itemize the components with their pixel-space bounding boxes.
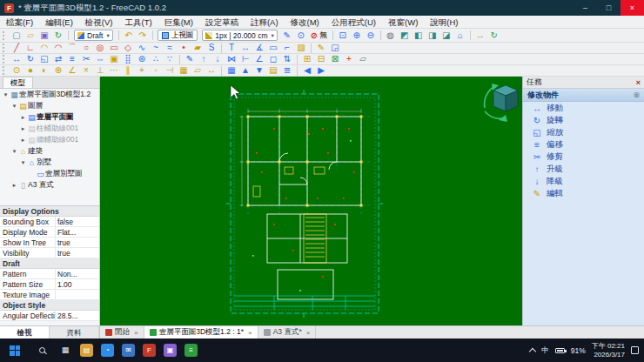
expander-icon[interactable]: ▸ xyxy=(19,114,27,121)
browser-icon[interactable]: ◔ xyxy=(101,344,114,357)
draft-angular-dimension-icon[interactable]: ∡ xyxy=(254,43,265,53)
tab-close-icon[interactable] xyxy=(306,329,311,337)
task-move[interactable]: ↔ 移動 xyxy=(523,102,644,114)
tree-item-building[interactable]: ▾ ⌂ 建築 xyxy=(0,145,99,157)
draft-join-icon[interactable]: ⋈ xyxy=(226,54,238,64)
snap-lock-icon[interactable]: ⊙ xyxy=(11,65,23,76)
expander-icon[interactable]: ▾ xyxy=(10,148,18,155)
draft-polyline-icon[interactable]: ∟ xyxy=(25,43,37,53)
snap-working-plane-icon[interactable]: ▱ xyxy=(192,65,204,76)
draft-arc-3points-icon[interactable]: ⌒ xyxy=(67,43,78,53)
draft-add-construction-icon[interactable]: ⊠ xyxy=(330,54,341,64)
draft-downgrade-icon[interactable]: ↓ xyxy=(212,54,224,64)
task-rotate[interactable]: ↻ 旋轉 xyxy=(523,114,644,126)
draft-point-icon[interactable]: • xyxy=(178,43,190,53)
snap-parallel-icon[interactable]: ∥ xyxy=(123,65,134,76)
tray-chevron-icon[interactable] xyxy=(529,348,536,355)
move-up-icon[interactable]: ▲ xyxy=(240,65,252,76)
draft-draft2sketch-icon[interactable]: ⇅ xyxy=(282,54,293,64)
doc-tab-model[interactable]: 壹層平面圖3D模型1.2 : 1* xyxy=(144,326,258,339)
snap-center-icon[interactable]: ⊕ xyxy=(53,65,64,76)
draft-bezier-icon[interactable]: ~ xyxy=(151,43,162,53)
draft-scale-icon[interactable]: ◱ xyxy=(39,54,50,64)
draft-rotate-icon[interactable]: ↻ xyxy=(25,54,37,64)
draft-fillet-icon[interactable]: ◠ xyxy=(39,43,50,53)
menu-windows[interactable]: 視窗(W) xyxy=(382,16,424,29)
tab-close-icon[interactable] xyxy=(134,329,138,337)
draft-stretch-icon[interactable]: ⇔ xyxy=(95,54,106,64)
draft-cubicbezier-icon[interactable]: ≈ xyxy=(164,43,176,53)
freecad-icon[interactable]: F xyxy=(143,344,156,357)
draft-bspline-icon[interactable]: ∿ xyxy=(137,43,148,53)
right-view-icon[interactable]: ◪ xyxy=(440,30,452,41)
menu-tools[interactable]: 工具(T) xyxy=(118,16,158,29)
draft-facebinder-icon[interactable]: ▰ xyxy=(192,43,204,53)
snap-intersection-icon[interactable]: × xyxy=(81,65,92,76)
property-value[interactable]: Non... xyxy=(56,269,99,278)
working-plane-top-view-button[interactable]: 上視圖 xyxy=(158,30,198,41)
draft-edit-icon[interactable]: ✎ xyxy=(184,54,196,64)
snap-endpoint-icon[interactable]: ● xyxy=(25,65,37,76)
axonometric-view-icon[interactable]: ◩ xyxy=(399,30,410,41)
expander-icon[interactable]: ▾ xyxy=(10,103,18,110)
draft-dimension-icon[interactable]: ↔ xyxy=(240,43,252,53)
construction-mode-icon[interactable]: ✎ xyxy=(281,30,292,41)
doc-tab-a3[interactable]: A3 直式* xyxy=(258,326,317,339)
property-value[interactable]: 1.00 xyxy=(56,279,99,289)
autogroup-selector[interactable]: ⊘ 無 xyxy=(311,30,327,41)
snap-perpendicular-icon[interactable]: ⊥ xyxy=(95,65,106,76)
image-viewer-icon[interactable]: ▣ xyxy=(164,344,177,357)
draft-arc-icon[interactable]: ◠ xyxy=(53,43,64,53)
draft-heal-icon[interactable]: + xyxy=(344,54,355,64)
tree-item-layers[interactable]: ▾ ▤ 圖層 xyxy=(0,100,99,111)
tree-item-wall-helper-lines[interactable]: ▸ ▤ 牆輔助線001 xyxy=(0,134,99,145)
draft-select-group-icon[interactable]: ⊟ xyxy=(316,54,327,64)
workbench-selector[interactable]: Draft xyxy=(74,30,113,41)
draft-ellipse-icon[interactable]: ◎ xyxy=(95,43,106,53)
task-scale[interactable]: ◱ 縮放 xyxy=(523,126,644,138)
tree-item-a3-page[interactable]: ▸ ▯ A3 直式 xyxy=(0,179,99,191)
draft-array-icon[interactable]: ⣿ xyxy=(123,54,134,64)
expander-icon[interactable]: ▸ xyxy=(19,125,27,132)
ime-indicator[interactable]: 中 xyxy=(541,345,549,356)
snap-grid-icon[interactable]: ▦ xyxy=(178,65,190,76)
expander-icon[interactable]: ▸ xyxy=(10,182,18,189)
draft-slope-icon[interactable]: ∠ xyxy=(254,54,265,64)
draft-annotation-style-icon[interactable]: ✎ xyxy=(316,43,327,53)
property-value[interactable] xyxy=(56,290,99,299)
property-value[interactable]: true xyxy=(56,248,99,258)
tree-item-column-helper-lines[interactable]: ▸ ▤ 柱輔助線001 xyxy=(0,123,99,134)
refresh-icon[interactable]: ↻ xyxy=(53,30,64,41)
menu-macro[interactable]: 巨集(M) xyxy=(158,16,199,29)
move-down-icon[interactable]: ▼ xyxy=(254,65,265,76)
property-section-display-options[interactable]: Display Options xyxy=(0,206,99,217)
task-downgrade[interactable]: ↓ 降級 xyxy=(523,175,644,187)
snap-dimensions-icon[interactable]: ↔ xyxy=(206,65,218,76)
snap-extension-icon[interactable]: ⋯ xyxy=(109,65,120,76)
tree-item-villa-drawing[interactable]: ▭ 壹層別墅圖 xyxy=(0,168,99,179)
sync-view-icon[interactable]: ↻ xyxy=(488,30,500,41)
draft-polygon-icon[interactable]: ◇ xyxy=(123,43,134,53)
draft-shape2dview-icon[interactable]: ◻ xyxy=(268,54,279,64)
task-trim[interactable]: ✂ 修剪 xyxy=(523,151,644,163)
tree-item-villa[interactable]: ▾ ⌂ 別墅 xyxy=(0,157,99,168)
measure-icon[interactable]: ↔ xyxy=(474,30,486,41)
task-offset[interactable]: ≡ 偏移 xyxy=(523,138,644,151)
draft-line-icon[interactable]: ╱ xyxy=(11,43,23,53)
draft-add-to-group-icon[interactable]: ⊞ xyxy=(302,54,313,64)
taskbar-clock[interactable]: 下午 02:21 2026/3/17 xyxy=(592,342,625,359)
draft-circle-icon[interactable]: ○ xyxy=(81,43,92,53)
section-collapse-icon[interactable] xyxy=(633,90,640,99)
manage-layers-icon[interactable]: ≣ xyxy=(282,65,293,76)
next-view-icon[interactable]: ▶ xyxy=(316,65,327,76)
close-button[interactable] xyxy=(621,0,644,16)
zoom-in-icon[interactable]: ⊕ xyxy=(351,30,362,41)
draft-leader-icon[interactable]: ⌐ xyxy=(282,43,293,53)
new-document-icon[interactable]: ▢ xyxy=(11,30,23,41)
draft-move-icon[interactable]: ↔ xyxy=(11,54,23,64)
maximize-button[interactable] xyxy=(597,0,621,16)
property-value[interactable]: Flat... xyxy=(56,227,99,237)
draft-offset-icon[interactable]: ≡ xyxy=(67,54,78,64)
task-upgrade[interactable]: ↑ 升級 xyxy=(523,163,644,175)
snap-midpoint-icon[interactable]: ◐ xyxy=(39,65,50,76)
